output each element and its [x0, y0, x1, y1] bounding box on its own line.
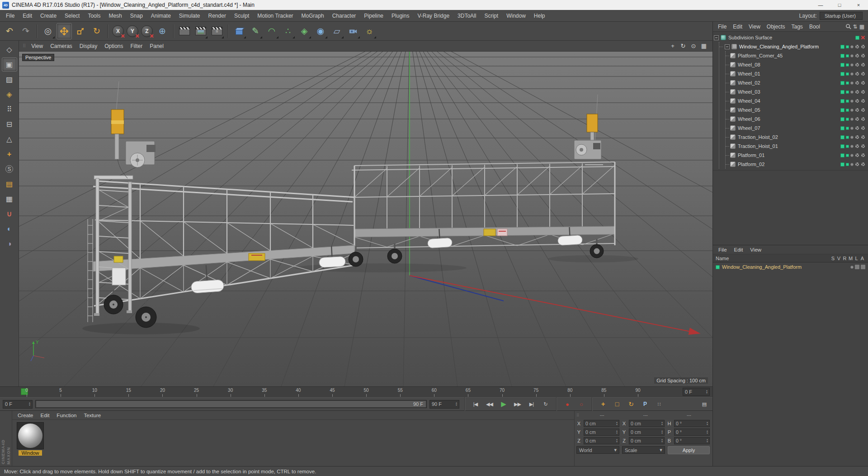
material-menu-function[interactable]: Function — [53, 413, 80, 418]
make-editable-button[interactable]: ◇ — [2, 43, 17, 57]
object-name[interactable]: Traction_Hoist_01 — [738, 143, 778, 149]
menu-render[interactable]: Render — [204, 13, 230, 19]
tree-row[interactable]: Wheel_05 — [726, 105, 868, 114]
menu-pipeline[interactable]: Pipeline — [360, 13, 387, 19]
previous-key-button[interactable]: ◀◀ — [484, 400, 495, 409]
tree-row[interactable]: Wheel_08 — [726, 60, 868, 69]
render-visibility-toggle[interactable] — [846, 145, 849, 148]
visibility-dot[interactable] — [850, 72, 854, 76]
texture-tag-icon[interactable] — [855, 71, 859, 76]
undo-button[interactable]: ↶ — [2, 23, 17, 39]
add-cube-button[interactable] — [231, 23, 247, 39]
record-keyframe-button[interactable]: ● — [561, 400, 573, 409]
lm-menu-edit[interactable]: Edit — [731, 247, 747, 252]
texture-tag-icon[interactable] — [855, 135, 859, 139]
menu-animate[interactable]: Animate — [147, 13, 175, 19]
menu-file[interactable]: File — [2, 13, 19, 19]
phong-tag-icon[interactable] — [861, 117, 865, 121]
tree-row[interactable]: Traction_Hoist_02 — [726, 133, 868, 142]
live-selection-button[interactable]: ◎ — [40, 23, 56, 39]
om-menu-view[interactable]: View — [745, 24, 764, 30]
axis-x-lock-button[interactable]: X — [112, 25, 124, 37]
record-pla-button[interactable]: ∷ — [653, 400, 665, 409]
rotate-tool-button[interactable]: ↻ — [89, 23, 104, 39]
editor-visibility-toggle[interactable] — [840, 81, 844, 85]
material-item[interactable]: Window — [17, 422, 44, 456]
spinner-icon[interactable]: ▴▾ — [706, 390, 708, 394]
minimize-button[interactable]: — — [811, 0, 830, 10]
phong-tag-icon[interactable] — [861, 53, 865, 58]
layer-row[interactable]: Window_Cleaning_Angled_Platform — [713, 262, 868, 271]
tree-row[interactable]: Traction_Hoist_01 — [726, 142, 868, 151]
editor-visibility-toggle[interactable] — [840, 63, 844, 67]
tree-row[interactable]: Subdivision Surface — [713, 33, 868, 42]
material-menu-create[interactable]: Create — [14, 413, 37, 418]
visibility-dot[interactable] — [850, 100, 854, 103]
render-visibility-toggle[interactable] — [846, 100, 849, 103]
render-visibility-toggle[interactable] — [846, 163, 849, 166]
paint-tool-button[interactable]: ▤ — [2, 177, 17, 191]
texture-mode-button[interactable]: ▨ — [2, 72, 17, 86]
menu-create[interactable]: Create — [36, 13, 61, 19]
viewport-menu-options[interactable]: Options — [101, 43, 127, 49]
phong-tag-icon[interactable] — [861, 144, 865, 148]
render-visibility-toggle[interactable] — [846, 81, 849, 85]
maximize-button[interactable]: □ — [830, 0, 849, 10]
mode-dropdown[interactable]: Scale▾ — [622, 446, 665, 454]
phong-tag-icon[interactable] — [861, 81, 865, 85]
axis-z-lock-button[interactable]: Z — [141, 25, 153, 37]
object-name[interactable]: Wheel_06 — [738, 116, 760, 122]
render-visibility-toggle[interactable] — [846, 90, 849, 94]
visibility-dot[interactable] — [850, 45, 854, 48]
visibility-dot[interactable] — [850, 136, 854, 139]
pos-z-field[interactable]: 0 cm▴▾ — [584, 437, 619, 444]
viewport-menu-filter[interactable]: Filter — [127, 43, 146, 49]
zoom-view-icon[interactable]: ⊙ — [689, 42, 698, 50]
record-position-button[interactable]: + — [597, 400, 609, 409]
edges-mode-button[interactable]: ⊟ — [2, 117, 17, 131]
object-name[interactable]: Wheel_01 — [738, 71, 760, 76]
tree-row[interactable]: Wheel_03 — [726, 87, 868, 96]
layer-solo-toggle[interactable] — [850, 266, 854, 269]
axis-mode-button[interactable]: + — [2, 147, 17, 161]
material-menu-texture[interactable]: Texture — [80, 413, 104, 418]
python-console-button[interactable]: ◑ — [2, 237, 17, 251]
texture-tag-icon[interactable] — [855, 62, 859, 67]
render-settings-button[interactable]: ⠿ — [209, 23, 225, 39]
tree-row[interactable]: Platform_02 — [726, 160, 868, 169]
visibility-dot[interactable] — [850, 118, 854, 121]
render-visibility-toggle[interactable] — [846, 136, 849, 139]
material-name[interactable]: Window — [19, 450, 42, 456]
spinner-icon[interactable]: ▴▾ — [29, 402, 30, 406]
editor-visibility-toggle[interactable] — [840, 45, 844, 49]
phong-tag-icon[interactable] — [861, 62, 865, 67]
render-visibility-toggle[interactable] — [846, 109, 849, 112]
next-key-button[interactable]: ▶▶ — [512, 400, 523, 409]
object-name[interactable]: Wheel_05 — [738, 107, 760, 113]
rot-p-field[interactable]: 0 °▴▾ — [674, 428, 710, 436]
space-dropdown[interactable]: World▾ — [576, 446, 619, 454]
editor-visibility-toggle[interactable] — [840, 162, 844, 167]
phong-tag-icon[interactable] — [861, 99, 865, 103]
viewport-menu-cameras[interactable]: Cameras — [47, 43, 76, 49]
editor-visibility-toggle[interactable] — [840, 90, 844, 94]
size-y-field[interactable]: 0 cm▴▾ — [629, 428, 665, 436]
menu-snap[interactable]: Snap — [126, 13, 147, 19]
render-picture-viewer-button[interactable] — [193, 23, 208, 39]
preview-range-fill[interactable]: 90 F — [36, 401, 426, 407]
menu-3dtoall[interactable]: 3DToAll — [453, 13, 480, 19]
layer-color-swatch[interactable] — [716, 265, 720, 269]
texture-tag-icon[interactable] — [855, 81, 859, 85]
disabled-icon[interactable] — [861, 35, 865, 40]
floor-button[interactable]: ▱ — [329, 23, 344, 39]
material-menu-edit[interactable]: Edit — [37, 413, 53, 418]
expander-icon[interactable] — [725, 44, 730, 49]
coords-header-2[interactable]: --- — [625, 413, 666, 418]
texture-tag-icon[interactable] — [855, 153, 859, 157]
lm-menu-view[interactable]: View — [746, 247, 765, 252]
tree-row[interactable]: Wheel_01 — [726, 69, 868, 78]
visibility-dot[interactable] — [850, 145, 854, 148]
subdivision-generator-button[interactable]: ◉ — [313, 23, 328, 39]
menu-vray-bridge[interactable]: V-Ray Bridge — [413, 13, 453, 19]
texture-tag-icon[interactable] — [855, 126, 859, 130]
